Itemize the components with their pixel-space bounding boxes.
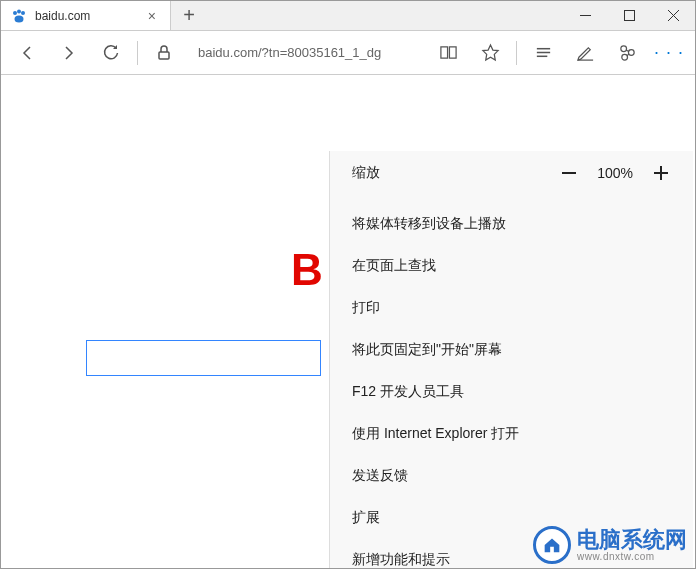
menu-item-feedback[interactable]: 发送反馈 [330, 455, 693, 497]
notes-icon[interactable] [565, 33, 605, 73]
close-window-button[interactable] [651, 1, 695, 30]
svg-point-14 [628, 50, 634, 56]
menu-item-print[interactable]: 打印 [330, 287, 693, 329]
address-bar[interactable]: baidu.com/?tn=80035161_1_dg [186, 45, 426, 60]
maximize-button[interactable] [607, 1, 651, 30]
reading-view-icon[interactable] [428, 33, 468, 73]
window-controls [563, 1, 695, 30]
more-menu-button[interactable]: · · · [649, 33, 689, 73]
svg-point-2 [21, 11, 25, 15]
menu-item-open-ie[interactable]: 使用 Internet Explorer 打开 [330, 413, 693, 455]
zoom-label: 缩放 [352, 164, 557, 182]
svg-line-16 [626, 50, 629, 51]
menu-item-devtools[interactable]: F12 开发人员工具 [330, 371, 693, 413]
baidu-paw-icon [11, 8, 27, 24]
svg-point-1 [17, 9, 21, 13]
tab-title: baidu.com [35, 9, 136, 23]
minimize-button[interactable] [563, 1, 607, 30]
svg-point-3 [15, 15, 24, 22]
menu-item-whatsnew[interactable]: 新增功能和提示 [330, 539, 693, 568]
content-area: B 缩放 100% 将媒体转移到设备上播放 在页面上查找 打印 [1, 75, 695, 568]
hub-icon[interactable] [523, 33, 563, 73]
menu-item-pin-start[interactable]: 将此页固定到"开始"屏幕 [330, 329, 693, 371]
share-icon[interactable] [607, 33, 647, 73]
search-input[interactable] [86, 340, 321, 376]
svg-rect-5 [624, 11, 634, 21]
zoom-out-button[interactable] [557, 161, 581, 185]
refresh-button[interactable] [91, 33, 131, 73]
baidu-logo-partial: B [291, 245, 323, 295]
zoom-in-button[interactable] [649, 161, 673, 185]
more-menu-panel: 缩放 100% 将媒体转移到设备上播放 在页面上查找 打印 将此页固定到"开始"… [329, 151, 693, 568]
tab-close-button[interactable]: × [144, 8, 160, 24]
svg-point-15 [621, 54, 627, 60]
menu-item-cast[interactable]: 将媒体转移到设备上播放 [330, 203, 693, 245]
zoom-row: 缩放 100% [330, 151, 693, 195]
svg-rect-8 [159, 52, 169, 59]
zoom-value: 100% [597, 165, 633, 181]
svg-point-13 [620, 46, 626, 52]
menu-item-find[interactable]: 在页面上查找 [330, 245, 693, 287]
browser-tab[interactable]: baidu.com × [1, 1, 171, 30]
svg-point-0 [13, 11, 17, 15]
title-bar: baidu.com × + [1, 1, 695, 31]
svg-line-17 [627, 54, 629, 56]
favorite-star-icon[interactable] [470, 33, 510, 73]
forward-button[interactable] [49, 33, 89, 73]
new-tab-button[interactable]: + [171, 1, 207, 30]
toolbar: baidu.com/?tn=80035161_1_dg · · · [1, 31, 695, 75]
lock-icon[interactable] [144, 33, 184, 73]
back-button[interactable] [7, 33, 47, 73]
menu-item-extensions[interactable]: 扩展 [330, 497, 693, 539]
